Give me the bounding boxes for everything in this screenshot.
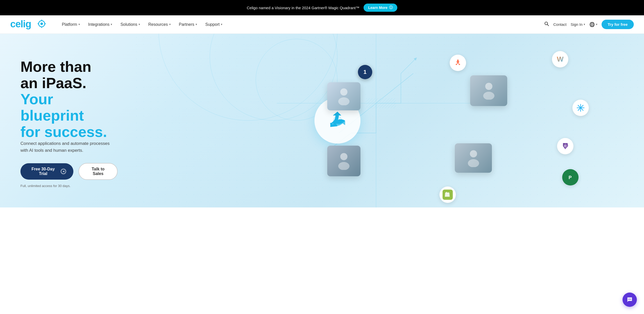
person-card-4: [455, 143, 492, 173]
svg-point-31: [468, 159, 479, 167]
chevron-down-icon: ▾: [139, 23, 140, 26]
nav-integrations-label: Integrations: [88, 22, 110, 27]
svg-point-25: [338, 97, 349, 105]
chevron-down-icon: ▾: [221, 23, 222, 26]
logo-svg: celig: [10, 18, 46, 30]
person-silhouette: [336, 87, 352, 105]
svg-rect-21: [366, 98, 396, 108]
hubspot-svg: [453, 58, 462, 67]
globe-icon: [589, 22, 595, 27]
announcement-banner: Celigo named a Visionary in the 2024 Gar…: [0, 0, 644, 15]
nav-partners-label: Partners: [179, 22, 194, 27]
nav-platform[interactable]: Platform ▾: [58, 20, 84, 29]
hero-cta-row: Free 30-Day Trial Talk to Sales: [20, 163, 118, 180]
person-card-1: [327, 82, 360, 110]
celigo-logo[interactable]: celig: [10, 18, 46, 31]
nav-links-group: Platform ▾ Integrations ▾ Solutions ▾ Re…: [58, 20, 544, 29]
step-number-badge: 1: [358, 65, 372, 79]
chevron-down-icon: ▾: [584, 23, 585, 26]
workato-icon: W: [552, 51, 568, 67]
hero-section: More thanan iPaaS. Your blueprintfor suc…: [0, 34, 644, 207]
hero-heading: More thanan iPaaS. Your blueprintfor suc…: [20, 59, 118, 140]
hero-subtext: Connect applications and automate proces…: [20, 140, 118, 154]
nav-resources-label: Resources: [148, 22, 168, 27]
svg-point-30: [470, 150, 477, 157]
try-for-free-button[interactable]: Try for free: [602, 20, 634, 29]
signin-label: Sign In: [571, 22, 583, 27]
nav-resources[interactable]: Resources ▾: [145, 20, 174, 29]
learn-more-label: Learn More: [368, 6, 387, 10]
chevron-down-icon: ▾: [196, 23, 197, 26]
chevron-down-icon: ▾: [78, 23, 80, 26]
hero-content: More thanan iPaaS. Your blueprintfor suc…: [0, 34, 133, 207]
svg-line-8: [547, 25, 549, 26]
nav-right-group: Contact Sign In ▾ ▾ Try for free: [544, 20, 634, 29]
person-silhouette-3: [336, 152, 352, 170]
svg-text:P: P: [569, 175, 572, 180]
nav-solutions-label: Solutions: [120, 22, 137, 27]
circle-icon: ⓘ: [389, 5, 393, 10]
svg-line-37: [456, 63, 458, 64]
arrow-icon: [61, 169, 66, 174]
svg-text:D: D: [564, 144, 566, 147]
hero-heading-line1: More thanan iPaaS.: [20, 58, 91, 91]
nav-support[interactable]: Support ▾: [202, 20, 226, 29]
free-trial-button[interactable]: Free 30-Day Trial: [20, 163, 73, 180]
hubspot-icon: [450, 55, 466, 71]
person-card-2: [470, 75, 507, 106]
hero-heading-line2: Your blueprintfor success.: [20, 91, 107, 140]
svg-point-28: [340, 153, 347, 160]
search-icon[interactable]: [544, 21, 549, 28]
nav-solutions[interactable]: Solutions ▾: [117, 20, 144, 29]
main-navigation: celig Platform ▾ Integrations ▾ Solution…: [0, 15, 644, 34]
svg-point-29: [338, 162, 349, 170]
snowflake-svg: [576, 103, 585, 112]
shopify-svg: [443, 190, 453, 200]
svg-point-43: [580, 107, 581, 109]
pagerduty-svg: P: [566, 173, 575, 182]
svg-point-33: [457, 60, 459, 61]
hero-footnote: Full, unlimited access for 30 days.: [20, 184, 118, 188]
sign-in-button[interactable]: Sign In ▾: [571, 22, 585, 27]
dynamics-icon: D: [557, 138, 573, 154]
svg-line-19: [401, 59, 416, 73]
svg-line-38: [458, 63, 459, 64]
person-silhouette-2: [481, 82, 496, 100]
banner-text: Celigo named a Visionary in the 2024 Gar…: [247, 6, 359, 10]
celigo-center-icon: [325, 108, 350, 133]
chevron-down-icon: ▾: [111, 23, 112, 26]
chevron-down-icon: ▾: [596, 23, 597, 26]
nav-platform-label: Platform: [62, 22, 77, 27]
svg-point-27: [483, 92, 494, 100]
learn-more-button[interactable]: Learn More ⓘ: [364, 4, 397, 12]
free-trial-label: Free 30-Day Trial: [28, 167, 59, 176]
nav-support-label: Support: [205, 22, 220, 27]
svg-point-24: [340, 88, 347, 96]
person-silhouette-4: [466, 149, 481, 167]
dynamics-svg: D: [561, 142, 570, 150]
contact-link[interactable]: Contact: [553, 22, 567, 27]
svg-text:celig: celig: [10, 19, 31, 29]
nav-partners[interactable]: Partners ▾: [175, 20, 201, 29]
svg-point-2: [40, 22, 43, 25]
person-card-3: [327, 146, 360, 176]
hero-visual: 1: [133, 34, 644, 207]
language-selector[interactable]: ▾: [589, 22, 597, 27]
chevron-down-icon: ▾: [169, 23, 171, 26]
nav-integrations[interactable]: Integrations ▾: [85, 20, 116, 29]
svg-point-26: [485, 83, 492, 90]
talk-to-sales-button[interactable]: Talk to Sales: [78, 163, 118, 180]
